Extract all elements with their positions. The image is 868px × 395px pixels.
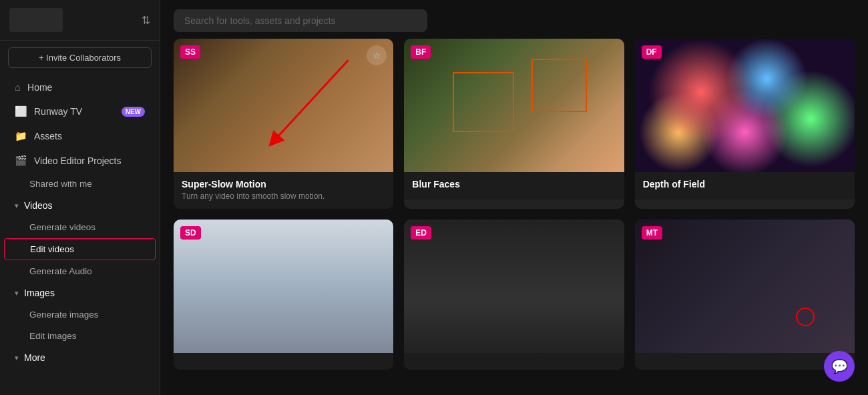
invite-collaborators-button[interactable]: + Invite Collaborators xyxy=(8,47,152,68)
card-ed[interactable]: ED xyxy=(404,220,624,370)
sidebar-section-images[interactable]: ▾ Images xyxy=(4,282,156,304)
sidebar-item-shared-label: Shared with me xyxy=(29,179,92,189)
sidebar-item-video-editor-label: Video Editor Projects xyxy=(34,155,121,166)
card-info-2: Depth of Field xyxy=(635,172,855,200)
sidebar-item-edit-images[interactable]: Edit images xyxy=(4,326,156,346)
search-bar-area xyxy=(160,0,868,39)
face-box-1 xyxy=(453,72,514,132)
sidebar-item-generate-audio[interactable]: Generate Audio xyxy=(4,261,156,282)
card-thumbnail-2: DF xyxy=(635,39,855,172)
sidebar-item-edit-videos[interactable]: Edit videos xyxy=(4,238,156,260)
card-mt[interactable]: MT xyxy=(635,220,855,370)
sidebar-section-more-label: More xyxy=(24,352,45,363)
generate-audio-label: Generate Audio xyxy=(29,266,92,276)
red-circle-annotation xyxy=(796,308,815,326)
sidebar-item-runway-tv-label: Runway TV xyxy=(34,106,82,117)
sidebar-item-shared-with-me[interactable]: Shared with me xyxy=(4,173,156,194)
tools-grid: SS ☆ Super-Slow Motion Turn any v xyxy=(174,39,855,370)
card-title-1: Blur Faces xyxy=(412,179,616,189)
grid-area: SS ☆ Super-Slow Motion Turn any v xyxy=(160,39,868,395)
card-super-slow-motion[interactable]: SS ☆ Super-Slow Motion Turn any v xyxy=(174,39,393,209)
chevron-down-icon-3: ▾ xyxy=(15,354,19,362)
chat-icon: 💬 xyxy=(831,358,848,374)
folder-icon: 📁 xyxy=(15,130,27,142)
generate-images-label: Generate images xyxy=(29,310,99,320)
chevron-down-icon: ▾ xyxy=(15,202,19,210)
face-box-2 xyxy=(531,59,586,112)
card-badge-1: BF xyxy=(411,45,431,59)
chevron-down-icon-2: ▾ xyxy=(15,289,19,298)
chat-bubble-button[interactable]: 💬 xyxy=(824,351,855,382)
home-icon: ⌂ xyxy=(15,81,21,93)
sidebar-item-assets-label: Assets xyxy=(34,131,62,141)
card-info-5 xyxy=(635,353,855,370)
sidebar-section-images-label: Images xyxy=(24,288,55,298)
card-thumbnail-0: SS ☆ xyxy=(174,39,393,172)
card-thumbnail-1: BF xyxy=(404,39,624,172)
card-blur-faces[interactable]: BF Blur Faces xyxy=(404,39,624,209)
card-sd[interactable]: SD xyxy=(174,220,393,370)
card-depth-of-field[interactable]: DF Depth of Field xyxy=(635,39,855,209)
new-badge: NEW xyxy=(122,107,145,117)
card-title-2: Depth of Field xyxy=(643,179,847,189)
card-badge-5: MT xyxy=(642,226,662,240)
sidebar-section-videos-label: Videos xyxy=(24,200,53,211)
sidebar-logo-area: ⇅ xyxy=(0,0,160,41)
sidebar: ⇅ + Invite Collaborators ⌂ Home ⬜ Runway… xyxy=(0,0,160,395)
generate-videos-label: Generate videos xyxy=(29,222,95,232)
svg-line-0 xyxy=(274,60,348,141)
sidebar-section-more[interactable]: ▾ More xyxy=(4,347,156,368)
search-input[interactable] xyxy=(174,9,427,32)
card-info-4 xyxy=(404,353,624,370)
sidebar-item-runway-tv[interactable]: ⬜ Runway TV NEW xyxy=(4,99,156,123)
card-desc-0: Turn any video into smooth slow motion. xyxy=(182,191,385,201)
card-thumbnail-4: ED xyxy=(404,220,624,353)
video-editor-icon: 🎬 xyxy=(15,155,27,167)
sidebar-item-generate-videos[interactable]: Generate videos xyxy=(4,217,156,238)
sidebar-item-generate-images[interactable]: Generate images xyxy=(4,304,156,325)
sidebar-logo xyxy=(9,8,63,32)
card-thumbnail-3: SD xyxy=(174,220,393,353)
sidebar-item-home[interactable]: ⌂ Home xyxy=(4,75,156,99)
card-thumbnail-5: MT xyxy=(635,220,855,353)
sidebar-item-assets[interactable]: 📁 Assets xyxy=(4,124,156,148)
tv-icon: ⬜ xyxy=(15,105,27,117)
card-info-1: Blur Faces xyxy=(404,172,624,200)
card-badge-4: ED xyxy=(411,226,431,240)
sidebar-item-home-label: Home xyxy=(27,82,52,93)
sidebar-section-videos[interactable]: ▾ Videos xyxy=(4,195,156,216)
card-info-0: Super-Slow Motion Turn any video into sm… xyxy=(174,172,393,209)
card-badge-2: DF xyxy=(642,45,662,59)
sidebar-nav: ⌂ Home ⬜ Runway TV NEW 📁 Assets 🎬 Video … xyxy=(0,75,160,369)
main-content: SS ☆ Super-Slow Motion Turn any v xyxy=(160,0,868,395)
edit-images-label: Edit images xyxy=(29,331,77,341)
card-info-3 xyxy=(174,353,393,370)
card-star-button-0[interactable]: ☆ xyxy=(367,45,387,65)
sidebar-item-video-editor-projects[interactable]: 🎬 Video Editor Projects xyxy=(4,149,156,173)
edit-videos-label: Edit videos xyxy=(30,244,74,254)
card-badge-3: SD xyxy=(180,226,201,240)
sidebar-toggle-icon[interactable]: ⇅ xyxy=(142,14,150,27)
card-title-0: Super-Slow Motion xyxy=(182,179,385,189)
card-badge-0: SS xyxy=(180,45,200,59)
